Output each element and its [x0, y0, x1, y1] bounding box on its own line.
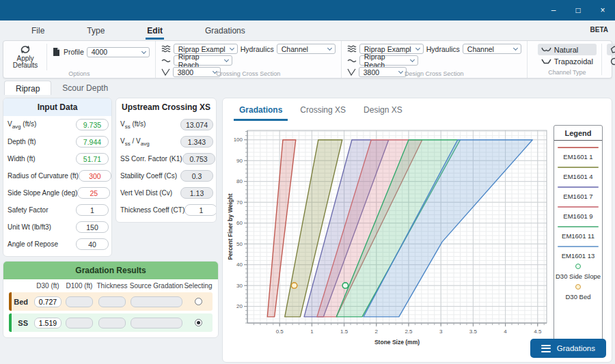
menu-bar: File Type Edit Gradations BETA — [0, 20, 615, 40]
field-row: Depth (ft) — [3, 133, 111, 150]
legend-label: D30 Side Slope — [554, 272, 602, 280]
field-label: Vert Vel Dist (Cv) — [120, 189, 172, 197]
upstream-crossing-xs-panel: Upstream Crossing XS Vss (ft/s) Vss / Va… — [115, 98, 217, 223]
field-input[interactable] — [76, 204, 109, 216]
svg-text:4: 4 — [504, 328, 507, 335]
menu-file[interactable]: File — [30, 26, 46, 40]
legend-line-sample — [558, 186, 599, 188]
svg-text:100: 100 — [234, 137, 243, 143]
gradation-result-row: Bed — [9, 292, 213, 311]
field-label: Vavg (ft/s) — [8, 120, 36, 130]
panel-title: Gradation Results — [3, 262, 218, 279]
tab-gradations-chart[interactable]: Gradations — [234, 104, 288, 121]
result-row-name: Bed — [12, 298, 32, 306]
field-input — [180, 119, 213, 130]
menu-edit[interactable]: Edit — [146, 26, 164, 40]
selecting-radio[interactable] — [195, 319, 202, 326]
beta-badge: BETA — [590, 26, 608, 33]
d30-input[interactable] — [34, 318, 62, 328]
rock-type-angular[interactable]: Angular — [607, 44, 615, 55]
field-input[interactable] — [79, 170, 111, 182]
document-icon — [52, 47, 61, 57]
rounded-rock-icon — [610, 57, 615, 66]
design-reach-select[interactable]: Riprap Reach — [359, 55, 418, 66]
field-row: Safety Factor — [3, 201, 111, 219]
field-input[interactable] — [77, 187, 110, 199]
chart-tabs: Gradations Crossing XS Design XS — [223, 98, 612, 121]
thickness-input — [98, 318, 126, 328]
apply-defaults-button[interactable]: Apply Defaults — [9, 44, 42, 69]
tab-scour-depth[interactable]: Scour Depth — [51, 81, 119, 95]
chevron-down-icon — [415, 46, 420, 51]
panel-title: Upstream Crossing XS — [116, 98, 216, 116]
svg-text:90: 90 — [236, 158, 243, 164]
field-input[interactable] — [76, 238, 109, 250]
field-input — [180, 136, 213, 148]
field-input — [180, 187, 213, 199]
tab-riprap[interactable]: Riprap — [4, 81, 51, 95]
tab-crossing-xs-chart[interactable]: Crossing XS — [295, 104, 351, 121]
chart-legend: Legend EM1601 1 EM1601 4 EM1601 7 EM1601… — [554, 125, 603, 344]
profile-select[interactable]: 4000 — [87, 47, 150, 57]
svg-text:2.5: 2.5 — [405, 328, 413, 335]
svg-text:30: 30 — [236, 283, 243, 289]
tab-design-xs-chart[interactable]: Design XS — [358, 104, 408, 121]
svg-text:1: 1 — [310, 328, 314, 335]
d30-input[interactable] — [34, 296, 62, 307]
svg-text:50: 50 — [236, 241, 243, 247]
gradation-results-panel: Gradation Results D30 (ft) D100 (ft) Thi… — [3, 261, 219, 338]
menu-type[interactable]: Type — [85, 26, 106, 40]
legend-label: EM1601 13 — [554, 252, 602, 260]
rock-type-rounded[interactable]: Rounded — [607, 55, 615, 67]
crossing-reach-select[interactable]: Riprap Reach — [174, 55, 232, 66]
result-row-name: SS — [12, 319, 32, 327]
chevron-down-icon — [230, 46, 234, 51]
legend-line-sample — [558, 147, 599, 148]
gradations-chart: 0.511.522.533.544.52030405060708090100St… — [227, 122, 551, 348]
legend-entry: EM1601 7 — [554, 186, 602, 200]
field-label: Unit Wt (lb/ft3) — [8, 223, 51, 231]
titlebar: – □ × — [0, 0, 615, 20]
field-label: SS Corr. Factor (K1) — [120, 155, 182, 163]
field-input[interactable] — [184, 204, 217, 216]
field-input[interactable] — [76, 136, 109, 148]
menu-gradations[interactable]: Gradations — [204, 26, 247, 40]
field-row: Unit Wt (lb/ft3) — [3, 219, 111, 236]
channel-type-natural[interactable]: Natural — [538, 44, 597, 55]
design-hydraulics-select[interactable]: Channel — [463, 44, 521, 54]
group-label: Crossing Cross Section — [156, 70, 341, 77]
chart-panel: Gradations Crossing XS Design XS 0.511.5… — [222, 98, 612, 363]
field-input[interactable] — [76, 153, 109, 165]
legend-entry: EM1601 13 — [554, 246, 602, 260]
crossing-hydraulics-select[interactable]: Channel — [277, 44, 336, 54]
hydraulics-label: Hydraulics — [241, 45, 274, 53]
legend-label: EM1601 4 — [554, 173, 602, 180]
field-input[interactable] — [76, 221, 109, 233]
field-row: Vss (ft/s) — [116, 116, 216, 133]
document-tabs: Riprap Scour Depth — [0, 79, 615, 95]
field-row: Thickness Coeff (CT) — [116, 201, 216, 219]
field-label: Angle of Repose — [8, 240, 58, 248]
svg-text:40: 40 — [236, 262, 243, 268]
wave-icon — [347, 58, 357, 64]
divider — [46, 44, 47, 70]
field-row: Radius of Curvature (ft) — [3, 167, 111, 184]
svg-text:3.5: 3.5 — [469, 328, 478, 335]
minimize-button[interactable]: – — [541, 0, 566, 20]
field-row: Side Slope Angle (deg) — [3, 184, 111, 201]
selecting-radio[interactable] — [195, 298, 202, 305]
legend-line-sample — [558, 246, 599, 247]
channel-type-trapazoidal[interactable]: Trapazoidal — [538, 55, 597, 67]
gradations-button[interactable]: Gradations — [530, 339, 606, 358]
svg-text:0.5: 0.5 — [276, 328, 284, 335]
legend-entry: EM1601 1 — [554, 147, 602, 160]
input-data-panel: Input Data Vavg (ft/s) Depth (ft) Width … — [3, 98, 112, 257]
field-row: Vert Vel Dist (Cv) — [116, 184, 216, 201]
trapezoidal-channel-icon — [541, 58, 551, 64]
field-input[interactable] — [76, 119, 109, 130]
waves-icon — [347, 45, 357, 53]
maximize-button[interactable]: □ — [566, 0, 590, 20]
legend-line-sample — [558, 167, 599, 168]
close-button[interactable]: × — [590, 0, 615, 20]
refresh-icon — [20, 44, 31, 55]
